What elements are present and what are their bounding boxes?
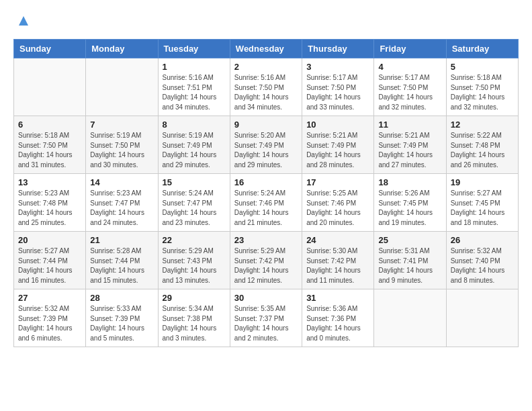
day-info: Sunrise: 5:23 AM Sunset: 7:47 PM Dayligh… [90, 189, 153, 228]
calendar-week-row: 27Sunrise: 5:32 AM Sunset: 7:39 PM Dayli… [14, 289, 519, 347]
calendar-cell [14, 58, 86, 116]
day-info: Sunrise: 5:24 AM Sunset: 7:47 PM Dayligh… [163, 189, 226, 228]
day-number: 28 [90, 293, 153, 303]
day-number: 3 [306, 62, 369, 72]
day-info: Sunrise: 5:31 AM Sunset: 7:41 PM Dayligh… [378, 246, 441, 285]
day-header-saturday: Saturday [446, 40, 518, 58]
calendar-week-row: 6Sunrise: 5:18 AM Sunset: 7:50 PM Daylig… [14, 116, 519, 174]
calendar-cell: 9Sunrise: 5:20 AM Sunset: 7:49 PM Daylig… [230, 116, 302, 174]
calendar-cell: 5Sunrise: 5:18 AM Sunset: 7:50 PM Daylig… [446, 58, 518, 116]
calendar-cell: 18Sunrise: 5:26 AM Sunset: 7:45 PM Dayli… [374, 174, 446, 232]
day-info: Sunrise: 5:30 AM Sunset: 7:42 PM Dayligh… [306, 246, 369, 285]
day-info: Sunrise: 5:18 AM Sunset: 7:50 PM Dayligh… [18, 131, 81, 170]
day-info: Sunrise: 5:18 AM Sunset: 7:50 PM Dayligh… [451, 73, 514, 112]
day-header-friday: Friday [374, 40, 446, 58]
calendar-cell: 24Sunrise: 5:30 AM Sunset: 7:42 PM Dayli… [302, 232, 374, 289]
day-info: Sunrise: 5:22 AM Sunset: 7:48 PM Dayligh… [451, 131, 514, 170]
calendar-cell: 25Sunrise: 5:31 AM Sunset: 7:41 PM Dayli… [374, 232, 446, 289]
day-info: Sunrise: 5:24 AM Sunset: 7:46 PM Dayligh… [234, 189, 298, 228]
day-info: Sunrise: 5:19 AM Sunset: 7:49 PM Dayligh… [163, 131, 226, 170]
calendar-week-row: 1Sunrise: 5:16 AM Sunset: 7:51 PM Daylig… [14, 58, 519, 116]
calendar-week-row: 20Sunrise: 5:27 AM Sunset: 7:44 PM Dayli… [14, 232, 519, 289]
day-info: Sunrise: 5:29 AM Sunset: 7:42 PM Dayligh… [234, 246, 298, 285]
day-number: 4 [378, 62, 441, 72]
calendar-cell: 11Sunrise: 5:21 AM Sunset: 7:49 PM Dayli… [374, 116, 446, 174]
day-info: Sunrise: 5:32 AM Sunset: 7:40 PM Dayligh… [451, 246, 514, 285]
day-info: Sunrise: 5:35 AM Sunset: 7:37 PM Dayligh… [234, 304, 298, 343]
day-info: Sunrise: 5:16 AM Sunset: 7:51 PM Dayligh… [163, 73, 226, 112]
day-number: 25 [378, 235, 441, 245]
day-number: 26 [451, 235, 514, 245]
day-header-monday: Monday [86, 40, 158, 58]
calendar-cell: 4Sunrise: 5:17 AM Sunset: 7:50 PM Daylig… [374, 58, 446, 116]
page-header [13, 13, 519, 28]
day-number: 8 [163, 120, 226, 130]
day-number: 31 [306, 293, 369, 303]
calendar-cell: 12Sunrise: 5:22 AM Sunset: 7:48 PM Dayli… [446, 116, 518, 174]
calendar-week-row: 13Sunrise: 5:23 AM Sunset: 7:48 PM Dayli… [14, 174, 519, 232]
day-info: Sunrise: 5:29 AM Sunset: 7:43 PM Dayligh… [163, 246, 226, 285]
calendar-cell: 2Sunrise: 5:16 AM Sunset: 7:50 PM Daylig… [230, 58, 302, 116]
day-number: 13 [18, 177, 81, 187]
day-header-sunday: Sunday [14, 40, 86, 58]
calendar-cell: 1Sunrise: 5:16 AM Sunset: 7:51 PM Daylig… [158, 58, 230, 116]
calendar-cell: 23Sunrise: 5:29 AM Sunset: 7:42 PM Dayli… [230, 232, 302, 289]
day-number: 1 [163, 62, 226, 72]
day-number: 19 [451, 177, 514, 187]
day-info: Sunrise: 5:32 AM Sunset: 7:39 PM Dayligh… [18, 304, 81, 343]
logo [13, 13, 32, 28]
day-number: 21 [90, 235, 153, 245]
calendar-cell: 28Sunrise: 5:33 AM Sunset: 7:39 PM Dayli… [86, 289, 158, 347]
day-number: 30 [234, 293, 298, 303]
day-header-wednesday: Wednesday [230, 40, 302, 58]
day-number: 18 [378, 177, 441, 187]
day-info: Sunrise: 5:34 AM Sunset: 7:38 PM Dayligh… [163, 304, 226, 343]
day-info: Sunrise: 5:25 AM Sunset: 7:46 PM Dayligh… [306, 189, 369, 228]
day-number: 29 [163, 293, 226, 303]
day-number: 22 [163, 235, 226, 245]
day-number: 16 [234, 177, 298, 187]
day-info: Sunrise: 5:23 AM Sunset: 7:48 PM Dayligh… [18, 189, 81, 228]
calendar-cell: 14Sunrise: 5:23 AM Sunset: 7:47 PM Dayli… [86, 174, 158, 232]
day-number: 10 [306, 120, 369, 130]
day-info: Sunrise: 5:20 AM Sunset: 7:49 PM Dayligh… [234, 131, 298, 170]
calendar-cell: 15Sunrise: 5:24 AM Sunset: 7:47 PM Dayli… [158, 174, 230, 232]
day-number: 17 [306, 177, 369, 187]
day-info: Sunrise: 5:16 AM Sunset: 7:50 PM Dayligh… [234, 73, 298, 112]
day-info: Sunrise: 5:17 AM Sunset: 7:50 PM Dayligh… [306, 73, 369, 112]
calendar-cell: 13Sunrise: 5:23 AM Sunset: 7:48 PM Dayli… [14, 174, 86, 232]
calendar-header-row: SundayMondayTuesdayWednesdayThursdayFrid… [14, 40, 519, 58]
logo-icon [16, 13, 31, 28]
calendar-cell [374, 289, 446, 347]
day-number: 24 [306, 235, 369, 245]
day-info: Sunrise: 5:26 AM Sunset: 7:45 PM Dayligh… [378, 189, 441, 228]
day-number: 12 [451, 120, 514, 130]
day-number: 15 [163, 177, 226, 187]
calendar-cell: 7Sunrise: 5:19 AM Sunset: 7:50 PM Daylig… [86, 116, 158, 174]
calendar-table: SundayMondayTuesdayWednesdayThursdayFrid… [13, 39, 519, 347]
day-info: Sunrise: 5:36 AM Sunset: 7:36 PM Dayligh… [306, 304, 369, 343]
calendar-cell [446, 289, 518, 347]
day-info: Sunrise: 5:28 AM Sunset: 7:44 PM Dayligh… [90, 246, 153, 285]
day-number: 2 [234, 62, 298, 72]
day-info: Sunrise: 5:17 AM Sunset: 7:50 PM Dayligh… [378, 73, 441, 112]
day-number: 27 [18, 293, 81, 303]
calendar-cell: 31Sunrise: 5:36 AM Sunset: 7:36 PM Dayli… [302, 289, 374, 347]
day-info: Sunrise: 5:27 AM Sunset: 7:45 PM Dayligh… [451, 189, 514, 228]
calendar-cell: 10Sunrise: 5:21 AM Sunset: 7:49 PM Dayli… [302, 116, 374, 174]
day-number: 14 [90, 177, 153, 187]
calendar-cell: 6Sunrise: 5:18 AM Sunset: 7:50 PM Daylig… [14, 116, 86, 174]
day-info: Sunrise: 5:19 AM Sunset: 7:50 PM Dayligh… [90, 131, 153, 170]
day-info: Sunrise: 5:27 AM Sunset: 7:44 PM Dayligh… [18, 246, 81, 285]
day-info: Sunrise: 5:21 AM Sunset: 7:49 PM Dayligh… [306, 131, 369, 170]
calendar-cell: 8Sunrise: 5:19 AM Sunset: 7:49 PM Daylig… [158, 116, 230, 174]
calendar-cell: 20Sunrise: 5:27 AM Sunset: 7:44 PM Dayli… [14, 232, 86, 289]
calendar-cell: 16Sunrise: 5:24 AM Sunset: 7:46 PM Dayli… [230, 174, 302, 232]
day-number: 23 [234, 235, 298, 245]
day-number: 9 [234, 120, 298, 130]
day-header-thursday: Thursday [302, 40, 374, 58]
calendar-cell: 17Sunrise: 5:25 AM Sunset: 7:46 PM Dayli… [302, 174, 374, 232]
day-number: 20 [18, 235, 81, 245]
calendar-cell: 3Sunrise: 5:17 AM Sunset: 7:50 PM Daylig… [302, 58, 374, 116]
calendar-cell: 30Sunrise: 5:35 AM Sunset: 7:37 PM Dayli… [230, 289, 302, 347]
